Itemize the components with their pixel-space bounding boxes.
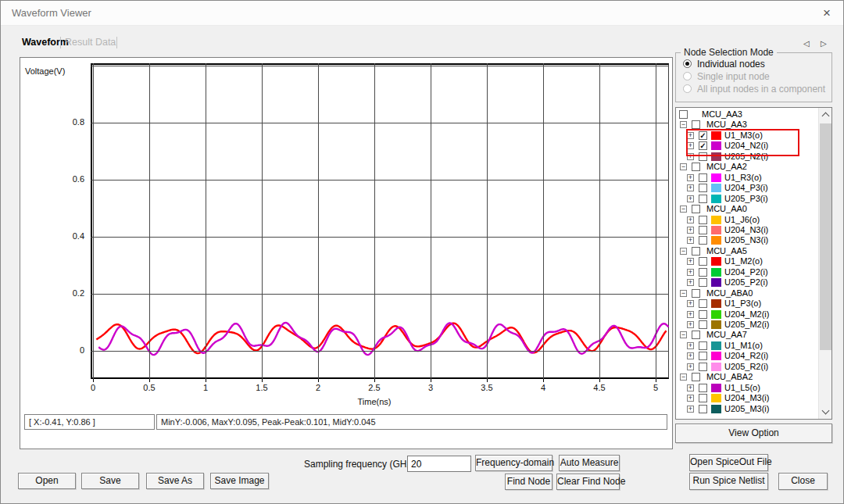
node-checkbox[interactable] [699, 173, 707, 182]
tree-row[interactable]: +U1_R3(o) [676, 173, 817, 184]
tree-row[interactable]: +U205_R2(i) [676, 362, 817, 373]
tree-row[interactable]: +U204_M3(i) [676, 393, 817, 404]
node-checkbox[interactable] [699, 184, 707, 192]
collapse-icon[interactable]: − [680, 163, 687, 170]
expand-icon[interactable]: + [687, 269, 694, 276]
node-checkbox[interactable] [699, 394, 707, 402]
tree-row[interactable]: −MCU_AA5 [676, 246, 817, 257]
node-checkbox[interactable] [699, 236, 707, 245]
tree-row[interactable]: +U205_M2(i) [676, 320, 817, 331]
expand-icon[interactable]: + [687, 184, 694, 191]
node-checkbox[interactable] [692, 289, 700, 298]
expand-icon[interactable]: + [687, 363, 694, 370]
tree-row[interactable]: −MCU_AA2 [676, 162, 817, 173]
tree-row[interactable]: +U1_P3(o) [676, 298, 817, 309]
expand-icon[interactable]: + [687, 174, 694, 181]
auto-measure-button[interactable]: Auto Measure [559, 455, 620, 471]
node-checkbox[interactable] [699, 341, 707, 350]
scroll-down-icon[interactable] [822, 407, 830, 415]
clear-find-node-button[interactable]: Clear Find Node [556, 474, 620, 490]
view-option-button[interactable]: View Option [675, 424, 832, 443]
collapse-icon[interactable]: − [680, 331, 687, 338]
node-checkbox[interactable] [699, 405, 707, 413]
tree-row[interactable]: +U1_M1(o) [676, 341, 817, 352]
tree-row[interactable]: +U1_L5(o) [676, 383, 817, 394]
node-checkbox[interactable] [699, 310, 707, 319]
node-checkbox[interactable] [692, 163, 700, 171]
node-checkbox[interactable] [692, 120, 700, 129]
radio-option[interactable]: Individual nodes [683, 59, 828, 70]
expand-icon[interactable]: + [687, 342, 694, 349]
node-checkbox[interactable] [699, 363, 707, 371]
save-as-button[interactable]: Save As [146, 473, 204, 489]
close-icon[interactable]: × [817, 5, 837, 21]
scrollbar-thumb[interactable] [820, 123, 831, 350]
tree-row[interactable]: −MCU_ABA2 [676, 372, 817, 383]
tree-row[interactable]: +U204_N3(i) [676, 225, 817, 236]
tree-row[interactable]: −MCU_AA0 [676, 204, 817, 215]
expand-icon[interactable]: + [687, 384, 694, 391]
collapse-icon[interactable]: − [680, 248, 687, 255]
tab-scroll-left-icon[interactable]: ◁ [803, 39, 810, 48]
node-checkbox[interactable] [699, 299, 707, 308]
node-checkbox[interactable] [679, 110, 688, 119]
tree-scrollbar[interactable] [818, 108, 832, 419]
collapse-icon[interactable]: − [680, 290, 687, 297]
node-checkbox[interactable] [699, 384, 707, 392]
tree-row[interactable]: MCU_AA3 [676, 109, 817, 120]
node-checkbox[interactable] [699, 268, 707, 277]
waveform-chart-panel[interactable]: Voltage(V) Time(ns) [ X:-0.41, Y:0.86 ] … [20, 57, 673, 449]
tab-waveform[interactable]: Waveform [22, 37, 69, 48]
radio-option[interactable]: All input nodes in a component [683, 84, 828, 95]
tree-row[interactable]: +U1_M2(o) [676, 256, 817, 267]
expand-icon[interactable]: + [687, 195, 694, 202]
node-checkbox[interactable] [699, 320, 707, 329]
close-button[interactable]: Close [778, 473, 828, 490]
node-checkbox[interactable] [699, 352, 707, 360]
node-checkbox[interactable] [699, 195, 707, 203]
expand-icon[interactable]: + [687, 227, 694, 234]
collapse-icon[interactable]: − [680, 206, 687, 213]
tree-row[interactable]: +U205_P3(i) [676, 194, 817, 205]
node-checkbox[interactable] [699, 278, 707, 287]
tree-row[interactable]: +U204_P3(i) [676, 183, 817, 194]
tree-row[interactable]: +U204_P2(i) [676, 267, 817, 278]
node-checkbox[interactable] [699, 226, 707, 234]
node-checkbox[interactable] [692, 373, 700, 381]
collapse-icon[interactable]: − [680, 374, 687, 381]
run-spice-netlist-button[interactable]: Run Spice Netlist [689, 473, 768, 490]
open-button[interactable]: Open [18, 473, 76, 489]
expand-icon[interactable]: + [687, 321, 694, 328]
expand-icon[interactable]: + [687, 279, 694, 286]
expand-icon[interactable]: + [687, 258, 694, 265]
collapse-icon[interactable]: − [680, 121, 687, 128]
frequency-domain-button[interactable]: Frequency-domain [475, 455, 553, 471]
sampling-frequency-input[interactable] [407, 456, 471, 472]
node-checkbox[interactable] [699, 257, 707, 266]
expand-icon[interactable]: + [687, 216, 694, 223]
save-button[interactable]: Save [81, 473, 139, 489]
node-tree[interactable]: MCU_AA3−MCU_AA3+✓U1_M3(o)+✓U204_N2(i)+U2… [675, 107, 832, 420]
waveform-plot[interactable] [91, 63, 669, 379]
expand-icon[interactable]: + [687, 395, 694, 402]
tab-result-data[interactable]: Result Data [65, 37, 116, 48]
tree-row[interactable]: +U205_P2(i) [676, 277, 817, 288]
radio-icon[interactable] [683, 72, 692, 80]
tree-row[interactable]: +U205_M3(i) [676, 404, 817, 415]
tree-row[interactable]: −MCU_ABA0 [676, 288, 817, 299]
expand-icon[interactable]: + [687, 352, 694, 359]
expand-icon[interactable]: + [687, 406, 694, 413]
node-checkbox[interactable] [692, 331, 700, 339]
node-checkbox[interactable] [699, 216, 707, 224]
scroll-up-icon[interactable] [822, 113, 830, 120]
tree-row[interactable]: −MCU_AA7 [676, 330, 817, 341]
expand-icon[interactable]: + [687, 237, 694, 244]
node-checkbox[interactable] [692, 247, 700, 256]
expand-icon[interactable]: + [687, 300, 694, 307]
radio-icon[interactable] [683, 59, 692, 68]
tree-row[interactable]: +U1_J6(o) [676, 215, 817, 226]
node-checkbox[interactable] [692, 205, 700, 213]
tree-row[interactable]: +U204_M2(i) [676, 309, 817, 320]
tab-scroll-right-icon[interactable]: ▷ [821, 39, 827, 48]
save-image-button[interactable]: Save Image [210, 473, 269, 489]
